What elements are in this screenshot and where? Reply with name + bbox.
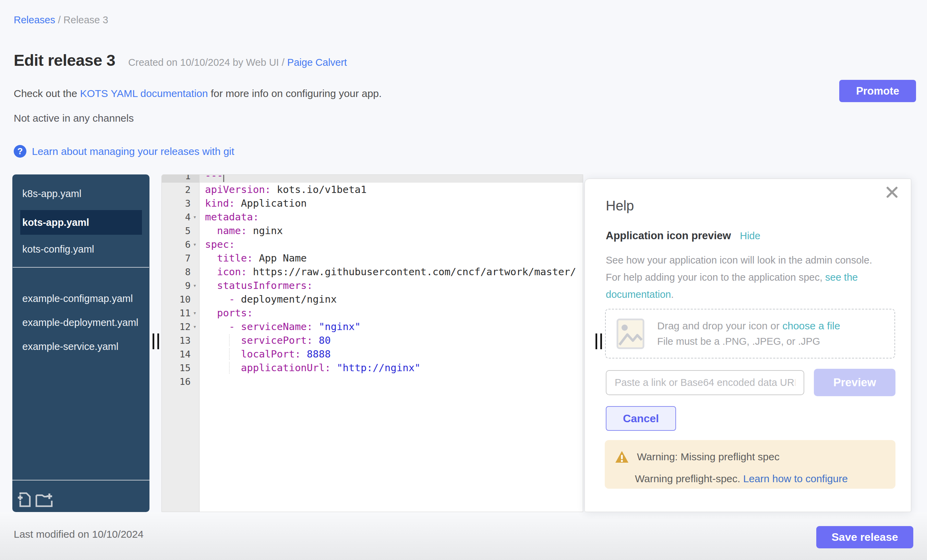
- code-line-16[interactable]: 16: [162, 375, 583, 388]
- line-number: 16: [162, 376, 191, 387]
- breadcrumb-releases-link[interactable]: Releases: [14, 14, 55, 25]
- file-tree-item-kots-config.yaml[interactable]: kots-config.yaml: [22, 241, 140, 257]
- last-modified-label: Last modified on 10/10/2024: [14, 528, 144, 540]
- breadcrumb-current: Release 3: [64, 14, 108, 25]
- preflight-warning-box: Warning: Missing preflight spec Warning …: [605, 440, 895, 489]
- code-line-2[interactable]: 2apiVersion: kots.io/v1beta1: [162, 183, 583, 196]
- file-tree-divider: [13, 267, 149, 268]
- new-folder-icon[interactable]: [35, 492, 53, 508]
- file-tree-item-kots-app.yaml[interactable]: kots-app.yaml: [20, 210, 142, 235]
- fold-arrow-icon[interactable]: ▾: [191, 282, 199, 289]
- icon-dropzone[interactable]: Drag and drop your icon or choose a file…: [605, 309, 895, 358]
- kots-yaml-doc-link[interactable]: KOTS YAML documentation: [80, 88, 208, 99]
- yaml-editor[interactable]: 1---2apiVersion: kots.io/v1beta13kind: A…: [161, 175, 583, 512]
- fold-arrow-icon[interactable]: ▾: [191, 323, 199, 330]
- dropzone-label: Drag and drop your icon or choose a file: [657, 320, 840, 332]
- author-link[interactable]: Paige Calvert: [287, 57, 347, 68]
- editor-help-resize-handle[interactable]: [596, 334, 603, 349]
- code-line-15[interactable]: 15 applicationUrl: "http://nginx": [162, 361, 583, 375]
- help-panel: Help Application icon preview Hide See h…: [585, 179, 911, 512]
- file-tree-panel: k8s-app.yamlkots-app.yamlkots-config.yam…: [12, 175, 149, 512]
- line-number: 11: [162, 308, 191, 319]
- code-line-8[interactable]: 8 icon: https://raw.githubusercontent.co…: [162, 265, 583, 279]
- file-tree-actions: [12, 480, 149, 512]
- question-circle-icon: ?: [14, 145, 26, 158]
- tree-editor-resize-handle[interactable]: [153, 334, 160, 349]
- doc-info-line: Check out the KOTS YAML documentation fo…: [14, 88, 381, 99]
- page-title: Edit release 3: [14, 51, 115, 70]
- learn-configure-link[interactable]: Learn how to configure: [743, 473, 848, 484]
- warning-title: Warning: Missing preflight spec: [637, 451, 780, 463]
- code-line-6[interactable]: 6▾spec:: [162, 238, 583, 251]
- fold-arrow-icon[interactable]: ▾: [191, 310, 199, 316]
- help-title: Help: [606, 198, 634, 214]
- choose-file-link[interactable]: choose a file: [782, 320, 840, 331]
- git-help-link[interactable]: ? Learn about managing your releases wit…: [14, 145, 234, 158]
- footer-bar: Last modified on 10/10/2024 Save release: [0, 512, 927, 560]
- line-number: 12: [162, 322, 191, 332]
- save-release-button[interactable]: Save release: [816, 526, 913, 548]
- code-line-10[interactable]: 10 - deployment/nginx: [162, 292, 583, 306]
- line-number: 15: [162, 363, 191, 373]
- code-line-5[interactable]: 5 name: nginx: [162, 224, 583, 238]
- image-placeholder-icon: [616, 318, 645, 349]
- code-line-7[interactable]: 7 title: App Name: [162, 251, 583, 265]
- cancel-button[interactable]: Cancel: [606, 406, 676, 431]
- line-number: 3: [162, 198, 191, 209]
- text-cursor: [223, 175, 224, 182]
- code-line-1[interactable]: 1---: [162, 175, 583, 183]
- git-help-label: Learn about managing your releases with …: [32, 146, 234, 157]
- preview-button[interactable]: Preview: [814, 369, 895, 396]
- hide-link[interactable]: Hide: [740, 230, 760, 241]
- file-tree-item-example-deployment.yaml[interactable]: example-deployment.yaml: [22, 315, 140, 330]
- line-number: 14: [162, 349, 191, 360]
- line-number: 1: [162, 175, 191, 181]
- code-line-12[interactable]: 12▾ - serviceName: "nginx": [162, 320, 583, 334]
- code-line-11[interactable]: 11▾ ports:: [162, 306, 583, 320]
- icon-preview-section-title: Application icon preview: [606, 230, 731, 242]
- line-number: 7: [162, 253, 191, 264]
- promote-button[interactable]: Promote: [839, 80, 916, 102]
- code-line-13[interactable]: 13 servicePort: 80: [162, 334, 583, 347]
- breadcrumb: Releases / Release 3: [14, 14, 108, 26]
- icon-url-input[interactable]: [606, 370, 804, 395]
- file-tree-item-example-service.yaml[interactable]: example-service.yaml: [22, 339, 140, 354]
- icon-preview-description: See how your application icon will look …: [606, 252, 880, 303]
- code-line-14[interactable]: 14 localPort: 8888: [162, 347, 583, 361]
- file-tree-item-example-configmap.yaml[interactable]: example-configmap.yaml: [22, 291, 140, 306]
- line-number: 2: [162, 184, 191, 195]
- fold-arrow-icon[interactable]: ▾: [191, 241, 199, 248]
- channel-status: Not active in any channels: [14, 112, 134, 124]
- fold-arrow-icon[interactable]: ▾: [191, 214, 199, 220]
- line-number: 5: [162, 226, 191, 236]
- title-row: Edit release 3 Created on 10/10/2024 by …: [14, 51, 347, 70]
- line-number: 4: [162, 212, 191, 222]
- warning-body: Warning preflight-spec. Learn how to con…: [635, 473, 885, 485]
- breadcrumb-separator: /: [55, 14, 64, 25]
- line-number: 10: [162, 294, 191, 305]
- code-line-3[interactable]: 3kind: Application: [162, 196, 583, 210]
- new-file-icon[interactable]: [17, 492, 31, 508]
- code-line-4[interactable]: 4▾metadata:: [162, 210, 583, 224]
- line-number: 13: [162, 335, 191, 346]
- code-line-9[interactable]: 9▾ statusInformers:: [162, 279, 583, 292]
- line-number: 9: [162, 280, 191, 291]
- file-tree-item-k8s-app.yaml[interactable]: k8s-app.yaml: [22, 186, 140, 201]
- line-number: 8: [162, 267, 191, 277]
- close-icon[interactable]: [884, 184, 900, 200]
- line-number: 6: [162, 239, 191, 250]
- warning-triangle-icon: [615, 450, 629, 463]
- created-info: Created on 10/10/2024 by Web UI / Paige …: [128, 57, 347, 68]
- dropzone-filetypes: File must be a .PNG, .JPEG, or .JPG: [657, 336, 840, 347]
